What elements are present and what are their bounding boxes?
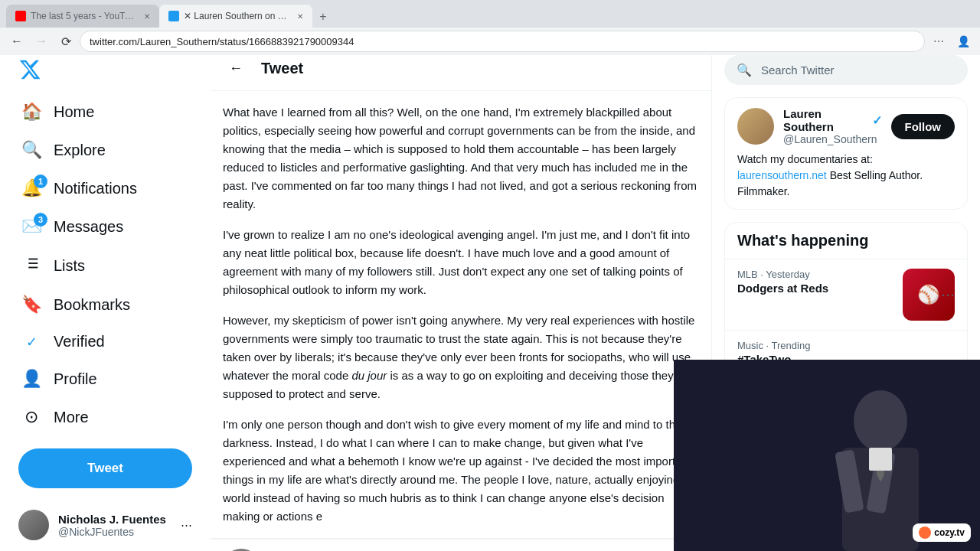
search-icon: 🔍 — [737, 63, 752, 77]
browser-toolbar: ← → ⟳ ⋯ 👤 — [0, 28, 980, 55]
main-content: ← Tweet What have I learned from all thi… — [211, 46, 712, 551]
back-button[interactable]: ← — [223, 55, 249, 81]
sidebar-label-notifications: Notifications — [54, 180, 137, 197]
new-tab-button[interactable]: + — [312, 6, 334, 28]
verified-badge-icon: ✓ — [872, 113, 882, 128]
tab-close-twitter[interactable]: ✕ — [297, 12, 303, 21]
svg-point-7 — [854, 390, 907, 452]
profile-avatar — [737, 108, 774, 145]
sidebar-item-home[interactable]: 🏠 Home — [9, 93, 106, 131]
user-handle: @NickJFuentes — [58, 526, 172, 538]
cozy-icon — [919, 527, 931, 539]
tweet-paragraph-3: However, my skepticism of power isn't go… — [223, 311, 699, 403]
italic-phrase: du jour — [351, 369, 387, 382]
svg-rect-6 — [674, 360, 980, 551]
address-bar[interactable] — [80, 31, 925, 52]
tab-favicon-twitter — [168, 11, 179, 21]
twitter-bird-icon — [18, 58, 41, 81]
profile-button[interactable]: 👤 — [952, 31, 974, 52]
sidebar-item-notifications[interactable]: 🔔 1 Notifications — [9, 169, 149, 207]
profile-bio-link[interactable]: laurensouthern.net — [737, 169, 827, 181]
user-avatar — [18, 510, 49, 540]
profile-name: Lauren Southern ✓ — [783, 107, 882, 133]
sidebar-label-home: Home — [54, 103, 94, 121]
profile-display-name: Lauren Southern — [783, 107, 869, 133]
tweet-header-title: Tweet — [261, 60, 303, 77]
tab-close-youtube[interactable]: ✕ — [144, 12, 150, 21]
sidebar-item-messages[interactable]: ✉️ 3 Messages — [9, 207, 136, 246]
user-more-icon: ⋯ — [181, 518, 192, 532]
svg-rect-12 — [869, 448, 892, 471]
sidebar-label-bookmarks: Bookmarks — [54, 296, 130, 314]
sidebar-label-lists: Lists — [54, 257, 85, 275]
video-person-svg — [674, 360, 980, 551]
lists-icon — [21, 255, 41, 276]
tweet-paragraph-4: I'm only one person though and don't wis… — [223, 416, 699, 526]
sidebar-label-profile: Profile — [54, 370, 97, 388]
tab-favicon-youtube — [15, 11, 26, 21]
profile-handle: @Lauren_Southern — [783, 133, 882, 145]
tweet-button[interactable]: Tweet — [18, 448, 192, 488]
browser-chrome: The last 5 years - YouTube ✕ ✕ Lauren So… — [0, 0, 980, 46]
cozy-tv-logo: cozy.tv — [913, 523, 971, 542]
sidebar-label-more: More — [54, 409, 89, 426]
tab-title-twitter: ✕ Lauren Southern on Twitter... — [184, 11, 289, 21]
reload-button[interactable]: ⟳ — [55, 31, 77, 52]
sidebar-label-explore: Explore — [54, 142, 106, 159]
profile-card: Lauren Southern ✓ @Lauren_Southern Follo… — [724, 97, 968, 210]
twitter-logo[interactable] — [9, 52, 201, 90]
tab-twitter[interactable]: ✕ Lauren Southern on Twitter... ✕ — [159, 5, 312, 28]
sidebar-item-more[interactable]: ⊙ More — [9, 398, 101, 436]
tab-title-youtube: The last 5 years - YouTube — [31, 11, 136, 21]
profile-bio: Watch my documentaries at: laurensouther… — [737, 152, 955, 200]
video-popup-inner: cozy.tv — [674, 360, 980, 551]
trend-item-mlb[interactable]: ⚾ MLB · Yesterday Dodgers at Reds ⋯ — [725, 259, 967, 330]
profile-card-header: Lauren Southern ✓ @Lauren_Southern Follo… — [737, 107, 955, 145]
sidebar-label-verified: Verified — [54, 333, 105, 350]
cozy-tv-text: cozy.tv — [934, 527, 965, 538]
sidebar-item-bookmarks[interactable]: 🔖 Bookmarks — [9, 285, 142, 324]
sidebar-item-profile[interactable]: 👤 Profile — [9, 360, 109, 398]
sidebar: 🏠 Home 🔍 Explore 🔔 1 Notifications ✉️ 3 … — [0, 46, 211, 551]
more-icon: ⊙ — [21, 407, 41, 427]
bookmark-icon: 🔖 — [21, 295, 41, 315]
profile-name-wrap: Lauren Southern ✓ @Lauren_Southern — [783, 107, 882, 145]
mail-icon: ✉️ 3 — [21, 217, 41, 236]
back-button[interactable]: ← — [6, 31, 28, 52]
sidebar-item-verified[interactable]: ✓ Verified — [9, 324, 117, 360]
follow-button[interactable]: Follow — [891, 114, 956, 139]
tweet-paragraph-2: I've grown to realize I am no one's ideo… — [223, 226, 699, 299]
profile-nav-icon: 👤 — [21, 369, 41, 389]
comment-section: Nicholas J. Fuentes @NickJFuentes ⋯ — [211, 539, 711, 551]
extensions-button[interactable]: ⋯ — [928, 31, 949, 52]
browser-tabs: The last 5 years - YouTube ✕ ✕ Lauren So… — [0, 0, 980, 28]
user-footer[interactable]: Nicholas J. Fuentes @NickJFuentes ⋯ — [9, 500, 201, 549]
messages-badge: 3 — [34, 213, 47, 227]
search-input[interactable] — [761, 64, 956, 77]
tweet-paragraph-1: What have I learned from all this? Well,… — [223, 103, 699, 214]
video-popup: cozy.tv — [674, 360, 980, 551]
user-display-name: Nicholas J. Fuentes — [58, 513, 172, 526]
section-title: What's happening — [725, 223, 967, 259]
forward-button[interactable]: → — [31, 31, 52, 52]
sidebar-label-messages: Messages — [54, 218, 123, 236]
bell-icon: 🔔 1 — [21, 178, 41, 198]
tab-youtube[interactable]: The last 5 years - YouTube ✕ — [6, 5, 159, 28]
home-icon: 🏠 — [21, 102, 41, 122]
notifications-badge: 1 — [34, 174, 47, 188]
tweet-body: What have I learned from all this? Well,… — [211, 91, 711, 539]
sidebar-item-lists[interactable]: Lists — [9, 246, 97, 285]
sidebar-item-explore[interactable]: 🔍 Explore — [9, 131, 118, 169]
trend-more-mlb[interactable]: ⋯ — [941, 286, 955, 303]
search-icon: 🔍 — [21, 140, 41, 160]
trend-meta-taketwo: Music · Trending — [737, 340, 955, 351]
search-box[interactable]: 🔍 — [724, 55, 968, 85]
user-info: Nicholas J. Fuentes @NickJFuentes — [58, 513, 172, 538]
verified-icon: ✓ — [21, 334, 41, 350]
